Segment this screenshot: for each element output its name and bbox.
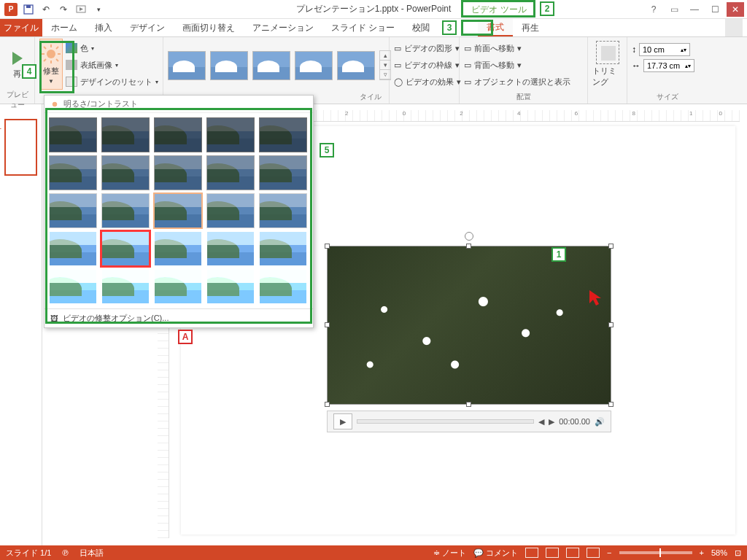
corrections-dropdown: 明るさ/コントラスト 🖼 ビデオの修整オプション(C)... [44, 95, 314, 328]
redo-icon[interactable]: ↷ [55, 1, 71, 18]
width-input[interactable]: 17.73 cm▴▾ [643, 59, 694, 72]
crop-button[interactable]: トリミング [592, 39, 622, 90]
tab-review[interactable]: 校閲 [403, 19, 438, 36]
correction-option[interactable] [259, 193, 307, 228]
zoom-slider[interactable] [619, 551, 692, 554]
poster-frame-button[interactable]: 表紙画像 ▾ [66, 57, 158, 73]
tab-insert[interactable]: 挿入 [86, 19, 121, 36]
correction-option[interactable] [206, 117, 255, 152]
help-icon[interactable]: ? [645, 2, 662, 17]
tab-home[interactable]: ホーム [42, 19, 86, 36]
qat-more-icon[interactable]: ▾ [90, 1, 107, 18]
reading-view-icon[interactable] [566, 548, 579, 558]
video-effects-button[interactable]: ◯ ビデオの効果 ▾ [394, 74, 461, 90]
correction-option[interactable] [154, 269, 202, 304]
maximize-icon[interactable]: ☐ [706, 2, 724, 17]
play-button[interactable]: ▶ [333, 413, 352, 429]
tab-design[interactable]: デザイン [121, 19, 174, 36]
start-from-beginning-icon[interactable] [73, 1, 89, 18]
seek-track[interactable] [357, 419, 534, 424]
color-button[interactable]: 色 ▾ [66, 40, 158, 56]
comments-button[interactable]: 💬 コメント [473, 548, 518, 559]
minimize-icon[interactable]: — [686, 2, 703, 17]
normal-view-icon[interactable] [525, 548, 538, 558]
video-play-bar: ▶ ◀ ▶ 00:00.00 🔊 [327, 411, 611, 432]
tab-animations[interactable]: アニメーション [244, 19, 322, 36]
close-icon[interactable]: ✕ [727, 2, 744, 17]
tab-transitions[interactable]: 画面切り替え [174, 19, 244, 36]
quick-access-toolbar: P ↶ ↷ ▾ [0, 1, 107, 18]
spellcheck-icon[interactable]: ℗ [61, 548, 69, 558]
rotate-handle-icon[interactable] [465, 232, 473, 241]
account-icon[interactable] [725, 19, 743, 36]
ribbon-options-icon[interactable]: ▭ [665, 2, 683, 17]
correction-option[interactable] [101, 117, 150, 152]
correction-option[interactable] [49, 269, 97, 304]
video-style-thumb[interactable] [210, 51, 248, 80]
correction-option[interactable] [49, 117, 97, 152]
resize-handle[interactable] [608, 322, 614, 327]
correction-option[interactable] [49, 155, 97, 190]
correction-option[interactable] [206, 193, 255, 228]
correction-option[interactable] [206, 231, 255, 266]
tab-slideshow[interactable]: スライド ショー [322, 19, 403, 36]
sorter-view-icon[interactable] [546, 548, 559, 558]
slideshow-view-icon[interactable] [587, 548, 600, 558]
video-border-button[interactable]: ▭ ビデオの枠線 ▾ [394, 57, 461, 73]
correction-option[interactable] [206, 269, 255, 304]
video-style-thumb[interactable] [252, 51, 290, 80]
resize-handle[interactable] [325, 402, 330, 407]
resize-handle[interactable] [325, 244, 330, 249]
fit-window-icon[interactable]: ⊡ [735, 548, 741, 558]
video-corrections-options[interactable]: 🖼 ビデオの修整オプション(C)... [44, 308, 313, 327]
video-style-thumb[interactable] [295, 51, 333, 80]
resize-handle[interactable] [608, 244, 614, 249]
correction-option[interactable] [154, 117, 202, 152]
correction-option[interactable] [101, 269, 150, 304]
correction-option[interactable] [259, 117, 307, 152]
video-style-thumb[interactable] [168, 51, 206, 80]
video-shape-button[interactable]: ▭ ビデオの図形 ▾ [394, 40, 461, 56]
video-object[interactable] [327, 246, 611, 405]
resize-handle[interactable] [608, 402, 614, 407]
tab-file[interactable]: ファイル [0, 19, 42, 36]
bring-forward-button: ▭ 前面へ移動 ▾ [464, 40, 570, 56]
cursor-arrow-icon [588, 289, 607, 308]
correction-option[interactable] [101, 155, 150, 190]
slide-thumbnail[interactable]: 1 [4, 119, 37, 176]
correction-option[interactable] [101, 193, 150, 228]
tab-playback[interactable]: 再生 [513, 19, 548, 36]
video-style-thumb[interactable] [337, 51, 375, 80]
tab-format[interactable]: 書式 [478, 19, 513, 36]
resize-handle[interactable] [325, 322, 330, 327]
resize-handle[interactable] [466, 244, 471, 249]
video-styles-gallery[interactable]: ▴▾▿ [168, 50, 391, 80]
window-title: プレゼンテーション1.pptx - PowerPoint [296, 3, 452, 15]
reset-design-button[interactable]: デザインのリセット ▾ [66, 74, 158, 90]
correction-option[interactable] [259, 231, 307, 266]
correction-option[interactable] [259, 269, 307, 304]
zoom-out-icon[interactable]: − [607, 548, 611, 557]
status-language[interactable]: 日本語 [80, 548, 104, 559]
correction-option[interactable] [259, 155, 307, 190]
correction-option[interactable] [49, 231, 97, 266]
step-back-icon[interactable]: ◀ [538, 417, 544, 427]
correction-option[interactable] [154, 231, 202, 266]
save-icon[interactable] [20, 1, 36, 18]
volume-icon[interactable]: 🔊 [595, 417, 605, 427]
correction-option[interactable] [206, 155, 255, 190]
undo-icon[interactable]: ↶ [38, 1, 54, 18]
notes-button[interactable]: ≑ ノート [433, 548, 466, 559]
selection-pane-button[interactable]: ▭ オブジェクトの選択と表示 [464, 74, 570, 90]
zoom-in-icon[interactable]: + [700, 548, 704, 557]
zoom-value[interactable]: 58% [711, 548, 727, 557]
correction-option-hover[interactable] [154, 193, 202, 228]
resize-handle[interactable] [466, 402, 471, 407]
corrections-button[interactable]: 修整 ▼ [39, 39, 63, 90]
step-forward-icon[interactable]: ▶ [549, 417, 554, 427]
height-input[interactable]: 10 cm▴▾ [639, 43, 690, 56]
correction-option-marked[interactable] [101, 231, 150, 266]
svg-marker-4 [12, 52, 23, 65]
correction-option[interactable] [49, 193, 97, 228]
correction-option[interactable] [154, 155, 202, 190]
